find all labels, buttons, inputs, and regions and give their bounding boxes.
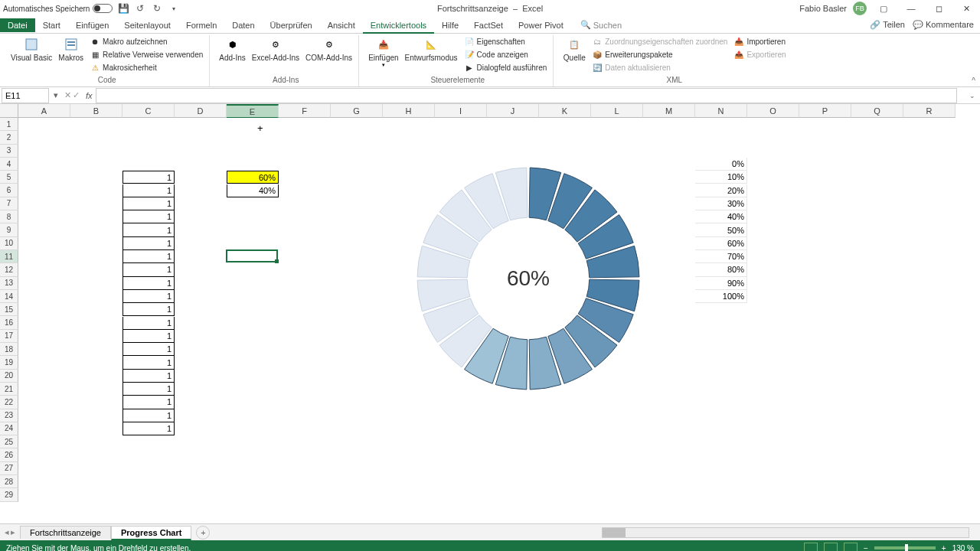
cell[interactable]: 1 [122,303,175,316]
view-code-button[interactable]: 📝Code anzeigen [462,48,549,60]
row-header[interactable]: 19 [0,356,18,369]
cell[interactable]: 80% [695,263,747,276]
column-header[interactable]: Q [851,104,903,118]
column-header[interactable]: K [539,104,591,118]
design-mode-button[interactable]: 📐Entwurfsmodus [403,35,459,64]
row-header[interactable]: 25 [0,435,18,448]
row-header[interactable]: 27 [0,462,18,475]
cell[interactable]: 1 [122,237,175,250]
tab-start[interactable]: Start [35,18,68,32]
column-header[interactable]: O [747,104,799,118]
share-button[interactable]: 🔗 Teilen [870,20,905,30]
tell-me-search[interactable]: 🔍 Suchen [580,20,622,30]
tab-einfügen[interactable]: Einfügen [68,18,116,32]
column-header[interactable]: M [643,104,695,118]
row-header[interactable]: 23 [0,409,18,422]
row-header[interactable]: 13 [0,277,18,290]
column-header[interactable]: E [227,104,279,118]
cell[interactable]: 0% [695,158,747,171]
file-tab[interactable]: Datei [0,18,35,32]
row-header[interactable]: 29 [0,488,18,501]
row-header[interactable]: 21 [0,383,18,396]
row-header[interactable]: 3 [0,145,18,158]
normal-view-icon[interactable] [804,543,818,551]
cell[interactable]: 1 [122,409,175,422]
sheet-nav-next-icon[interactable]: ▸ [11,527,15,537]
cell[interactable]: 1 [122,263,175,276]
progress-donut-chart[interactable]: 60% [413,164,643,393]
com-addins-button[interactable]: ⚙COM-Add-Ins [304,35,354,64]
import-button[interactable]: 📥Importieren [732,35,787,47]
maximize-icon[interactable]: ◻ [928,1,949,16]
row-header[interactable]: 12 [0,263,18,276]
cell[interactable]: 60% [227,171,279,184]
formula-bar[interactable] [96,88,957,103]
collapse-ribbon-icon[interactable]: ^ [972,77,975,85]
column-header[interactable]: P [799,104,851,118]
tab-seitenlayout[interactable]: Seitenlayout [116,18,178,32]
row-header[interactable]: 10 [0,237,18,250]
row-header[interactable]: 5 [0,171,18,184]
cell[interactable]: 20% [695,184,747,197]
fx-icon[interactable]: fx [83,91,96,100]
column-header[interactable]: J [487,104,539,118]
close-icon[interactable]: ✕ [956,1,977,16]
excel-addins-button[interactable]: ⚙Excel-Add-Ins [250,35,301,64]
row-header[interactable]: 11 [0,250,18,263]
cell[interactable]: 1 [122,223,175,236]
zoom-level[interactable]: 130 % [952,544,974,552]
cell[interactable]: 1 [122,396,175,409]
column-header[interactable]: I [435,104,487,118]
cell[interactable]: 1 [122,422,175,435]
properties-button[interactable]: 📄Eigenschaften [462,35,549,47]
row-header[interactable]: 8 [0,210,18,223]
ribbon-display-icon[interactable]: ▢ [873,1,894,16]
run-dialog-button[interactable]: ▶Dialogfeld ausführen [462,61,549,73]
tab-ansicht[interactable]: Ansicht [320,18,363,32]
column-header[interactable]: L [591,104,643,118]
column-header[interactable]: R [903,104,956,118]
relative-refs-button[interactable]: ▦Relative Verweise verwenden [88,48,204,60]
cell[interactable]: 1 [122,290,175,303]
expand-formula-icon[interactable]: ⌄ [969,92,980,99]
cell[interactable]: 1 [122,343,175,356]
row-header[interactable]: 16 [0,316,18,329]
worksheet-grid[interactable]: ABCDEFGHIJKLMNOPQR 123456789101112131415… [0,104,980,523]
row-header[interactable]: 20 [0,370,18,383]
enter-formula-icon[interactable]: ✓ [73,90,80,100]
comments-button[interactable]: 💬 Kommentare [913,20,974,30]
row-header[interactable]: 17 [0,330,18,343]
row-header[interactable]: 26 [0,448,18,461]
page-layout-view-icon[interactable] [824,543,838,551]
add-sheet-button[interactable]: + [196,526,210,540]
tab-factset[interactable]: FactSet [466,18,511,32]
column-header[interactable]: F [279,104,331,118]
row-header[interactable]: 7 [0,197,18,210]
zoom-out-icon[interactable]: − [864,544,868,552]
cell[interactable]: 1 [122,250,175,263]
column-header[interactable]: D [175,104,227,118]
row-header[interactable]: 2 [0,131,18,144]
tab-hilfe[interactable]: Hilfe [434,18,466,32]
cell[interactable]: 1 [122,210,175,223]
row-header[interactable]: 9 [0,223,18,236]
row-header[interactable]: 24 [0,422,18,435]
cell[interactable]: 1 [122,356,175,369]
row-header[interactable]: 15 [0,303,18,316]
cell[interactable]: 40% [227,184,279,197]
avatar[interactable]: FB [853,2,867,15]
cell[interactable]: 70% [695,250,747,263]
zoom-in-icon[interactable]: + [942,544,946,552]
cell[interactable]: 1 [122,184,175,197]
row-header[interactable]: 22 [0,396,18,409]
zoom-slider[interactable] [874,546,936,549]
sheet-tab[interactable]: Progress Chart [111,526,191,540]
column-header[interactable]: N [695,104,747,118]
tab-überprüfen[interactable]: Überprüfen [263,18,320,32]
column-header[interactable]: A [18,104,70,118]
xml-source-button[interactable]: 📋Quelle [561,35,587,64]
cell[interactable]: 10% [695,171,747,184]
cell[interactable]: 1 [122,370,175,383]
expansion-packs-button[interactable]: 📦Erweiterungspakete [590,48,729,60]
minimize-icon[interactable]: — [900,1,922,16]
